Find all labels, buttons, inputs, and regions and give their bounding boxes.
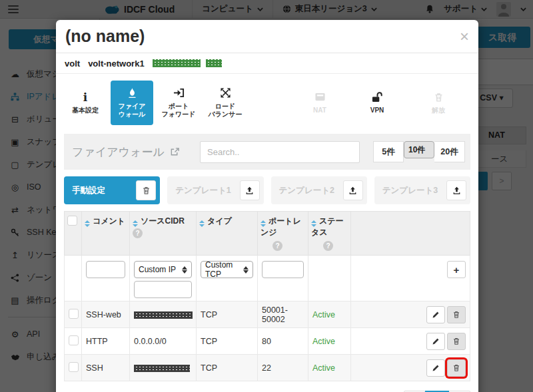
- info-icon: i: [83, 91, 87, 103]
- col-header-actions: [351, 212, 470, 256]
- load-balancer-arrows-icon: [220, 87, 231, 99]
- manual-config-delete-button[interactable]: [136, 180, 156, 200]
- pencil-icon: [432, 311, 440, 319]
- network-detail-modal: (no name) × volt volt-network1 i 基本設定 ファ…: [56, 20, 478, 392]
- nat-icon: [314, 91, 326, 103]
- modal-tab-bar: i 基本設定 ファイアウォール ポートフォワード ロードバランサー NAT: [56, 74, 478, 131]
- rule-comment: SSH-web: [82, 301, 130, 328]
- rule-port-range: 50001-50002: [258, 301, 308, 328]
- protocol-select[interactable]: Custom TCP: [201, 261, 253, 278]
- tab-basic-settings[interactable]: i 基本設定: [64, 91, 107, 114]
- delete-rule-button-highlighted[interactable]: [447, 359, 466, 377]
- modal-title: (no name): [65, 27, 145, 46]
- template2-upload-button[interactable]: [343, 180, 363, 200]
- edit-rule-button[interactable]: [426, 306, 445, 323]
- select-spinner-icon: [243, 266, 249, 274]
- tab-release: 解放: [417, 91, 460, 114]
- select-all-header: [65, 212, 82, 256]
- rule-source-redacted: [130, 301, 197, 328]
- col-header-type[interactable]: タイプ: [197, 212, 258, 256]
- row-checkbox[interactable]: [69, 362, 79, 372]
- firewall-toolbar: ファイアウォール 5件 10件 20件: [64, 134, 470, 170]
- sort-icon: [133, 220, 138, 227]
- row-checkbox[interactable]: [69, 309, 79, 319]
- rule-port-range: 22: [258, 355, 308, 381]
- sort-icon: [311, 220, 316, 227]
- new-rule-input-row: Custom IP Custom TCP +: [65, 256, 470, 301]
- page-size-5[interactable]: 5件: [373, 141, 404, 162]
- trash-icon: [452, 310, 460, 319]
- select-all-checkbox[interactable]: [67, 216, 77, 226]
- rule-row-http: HTTP 0.0.0.0/0 TCP 80 Active: [65, 328, 470, 355]
- manual-config-button[interactable]: 手動設定: [64, 176, 160, 204]
- upload-icon: [245, 186, 254, 195]
- row-checkbox[interactable]: [69, 335, 79, 345]
- sort-icon: [261, 220, 266, 227]
- vpn-unlocked-padlock-icon: [371, 91, 383, 103]
- rule-port-range: 80: [258, 328, 308, 355]
- firewall-section-title: ファイアウォール: [72, 144, 180, 160]
- table-header-row: コメント ソースCIDR ? タイプ ポートレンジ? ステータス?: [65, 212, 470, 256]
- page-size-20[interactable]: 20件: [434, 141, 465, 162]
- delete-rule-button[interactable]: [447, 306, 466, 323]
- search-input[interactable]: [200, 141, 360, 163]
- rule-status: Active: [308, 328, 351, 355]
- tab-load-balancer[interactable]: ロードバランサー: [204, 87, 247, 118]
- template3-upload-button[interactable]: [446, 180, 466, 200]
- trash-icon: [142, 186, 151, 195]
- template1-upload-button[interactable]: [240, 180, 260, 200]
- rule-status: Active: [308, 355, 351, 381]
- help-icon[interactable]: ?: [323, 241, 333, 251]
- tab-vpn[interactable]: VPN: [356, 91, 398, 114]
- network-owner-label: volt: [65, 59, 80, 69]
- help-icon[interactable]: ?: [272, 241, 282, 251]
- delete-rule-button[interactable]: [447, 333, 466, 350]
- rule-source: 0.0.0.0/0: [130, 328, 197, 355]
- sort-icon: [85, 220, 90, 227]
- col-header-status[interactable]: ステータス?: [308, 212, 351, 256]
- template2-button[interactable]: テンプレート2: [271, 176, 367, 204]
- external-link-icon[interactable]: [170, 147, 180, 157]
- rule-row-ssh-web: SSH-web TCP 50001-50002 Active: [65, 301, 470, 328]
- select-spinner-icon: [182, 266, 187, 274]
- page-size-group: 5件 10件 20件: [373, 141, 465, 162]
- modal-subheader: volt volt-network1: [56, 53, 478, 74]
- template1-button[interactable]: テンプレート1: [167, 176, 263, 204]
- edit-rule-button[interactable]: [426, 333, 445, 350]
- trash-icon: [452, 363, 460, 372]
- redacted-ip-range: [153, 59, 222, 67]
- rule-comment: SSH: [82, 355, 130, 381]
- new-source-cidr-input[interactable]: [134, 281, 192, 298]
- rule-row-ssh: SSH TCP 22 Active: [65, 355, 470, 381]
- tab-port-forward[interactable]: ポートフォワード: [157, 87, 200, 118]
- add-rule-button[interactable]: +: [447, 261, 466, 278]
- port-forward-icon: [173, 87, 185, 99]
- new-port-range-input[interactable]: [262, 261, 304, 278]
- upload-icon: [348, 186, 357, 195]
- rule-type: TCP: [197, 328, 258, 355]
- source-type-select[interactable]: Custom IP: [134, 261, 192, 278]
- trash-icon: [434, 91, 444, 103]
- tab-firewall[interactable]: ファイアウォール: [111, 81, 153, 125]
- edit-rule-button[interactable]: [426, 359, 445, 377]
- modal-header: (no name) ×: [56, 20, 478, 53]
- col-header-comment[interactable]: コメント: [82, 212, 130, 256]
- rule-type: TCP: [197, 301, 258, 328]
- sort-icon: [199, 220, 205, 227]
- rule-type: TCP: [197, 355, 258, 381]
- rule-source-redacted: [130, 355, 197, 381]
- new-comment-input[interactable]: [86, 261, 125, 278]
- rule-comment: HTTP: [82, 328, 130, 355]
- mode-buttons: 手動設定 テンプレート1 テンプレート2 テンプレート3: [64, 176, 470, 204]
- help-icon[interactable]: ?: [133, 228, 143, 238]
- pencil-icon: [432, 364, 440, 372]
- tab-nat: NAT: [298, 91, 341, 114]
- close-icon[interactable]: ×: [460, 29, 469, 45]
- template3-button[interactable]: テンプレート3: [374, 176, 470, 204]
- col-header-source-cidr[interactable]: ソースCIDR ?: [130, 212, 197, 256]
- firewall-flame-icon: [127, 87, 137, 99]
- page-size-10[interactable]: 10件: [404, 141, 434, 158]
- rule-status: Active: [308, 301, 351, 328]
- col-header-port-range[interactable]: ポートレンジ?: [258, 212, 308, 256]
- pencil-icon: [432, 337, 440, 345]
